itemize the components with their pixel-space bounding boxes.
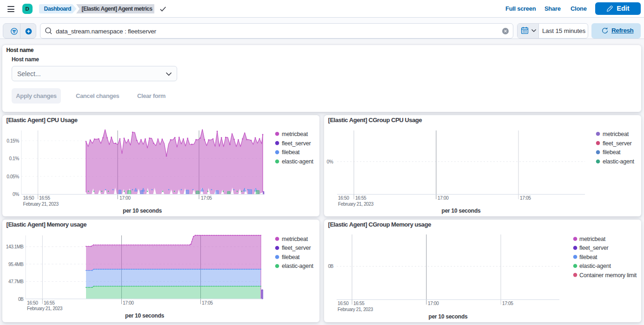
svg-text:0%: 0% xyxy=(327,159,333,164)
svg-text:February 21, 2023: February 21, 2023 xyxy=(338,202,374,207)
svg-text:17:05: 17:05 xyxy=(502,301,513,306)
svg-text:per 10 seconds: per 10 seconds xyxy=(442,208,481,214)
svg-text:metricbeat: metricbeat xyxy=(603,131,629,137)
svg-text:per 10 seconds: per 10 seconds xyxy=(429,313,468,320)
svg-text:per 10 seconds: per 10 seconds xyxy=(123,208,162,214)
svg-text:143.1MB: 143.1MB xyxy=(6,244,24,249)
svg-text:February 21, 2023: February 21, 2023 xyxy=(338,307,373,312)
svg-text:metricbeat: metricbeat xyxy=(282,236,308,242)
svg-text:17:05: 17:05 xyxy=(201,195,212,201)
svg-text:metricbeat: metricbeat xyxy=(579,236,606,242)
svg-text:17:00: 17:00 xyxy=(428,301,439,306)
svg-text:filebeat: filebeat xyxy=(579,254,598,260)
svg-text:0.1%: 0.1% xyxy=(9,156,19,161)
svg-text:fleet_server: fleet_server xyxy=(603,140,631,147)
svg-text:Container memory limit: Container memory limit xyxy=(579,272,637,279)
svg-text:17:00: 17:00 xyxy=(123,300,134,306)
svg-text:metricbeat: metricbeat xyxy=(282,131,308,137)
svg-text:16:55: 16:55 xyxy=(355,195,366,201)
svg-text:47.7MB: 47.7MB xyxy=(8,279,24,284)
svg-text:17:00: 17:00 xyxy=(438,195,449,201)
svg-text:filebeat: filebeat xyxy=(282,254,300,260)
svg-text:95.4MB: 95.4MB xyxy=(8,262,24,267)
svg-text:elastic-agent: elastic-agent xyxy=(603,158,634,165)
svg-text:0%: 0% xyxy=(13,192,19,197)
svg-text:February 21, 2023: February 21, 2023 xyxy=(27,306,63,311)
svg-text:0B: 0B xyxy=(18,297,24,302)
svg-text:elastic-agent: elastic-agent xyxy=(282,158,313,165)
svg-text:elastic-agent: elastic-agent xyxy=(282,263,313,269)
svg-text:16:55: 16:55 xyxy=(353,301,365,306)
svg-text:17:05: 17:05 xyxy=(202,300,213,306)
svg-text:17:05: 17:05 xyxy=(520,195,531,201)
svg-text:0.05%: 0.05% xyxy=(7,174,19,179)
svg-text:17:00: 17:00 xyxy=(120,195,131,201)
svg-text:filebeat: filebeat xyxy=(282,149,300,156)
svg-text:16:50: 16:50 xyxy=(338,195,349,201)
svg-text:filebeat: filebeat xyxy=(603,149,621,156)
svg-text:fleet_server: fleet_server xyxy=(282,140,311,147)
svg-text:elastic-agent: elastic-agent xyxy=(579,263,611,269)
svg-text:fleet_server: fleet_server xyxy=(579,245,608,251)
svg-text:16:55: 16:55 xyxy=(39,195,50,201)
svg-text:16:50: 16:50 xyxy=(23,195,34,201)
svg-text:16:50: 16:50 xyxy=(338,301,349,306)
svg-text:February 21, 2023: February 21, 2023 xyxy=(23,202,59,207)
svg-text:16:50: 16:50 xyxy=(27,300,38,306)
svg-text:16:55: 16:55 xyxy=(44,300,55,306)
svg-text:per 10 seconds: per 10 seconds xyxy=(125,312,164,319)
svg-text:fleet_server: fleet_server xyxy=(282,245,311,251)
svg-text:0.15%: 0.15% xyxy=(7,138,19,143)
svg-text:0B: 0B xyxy=(328,264,333,269)
